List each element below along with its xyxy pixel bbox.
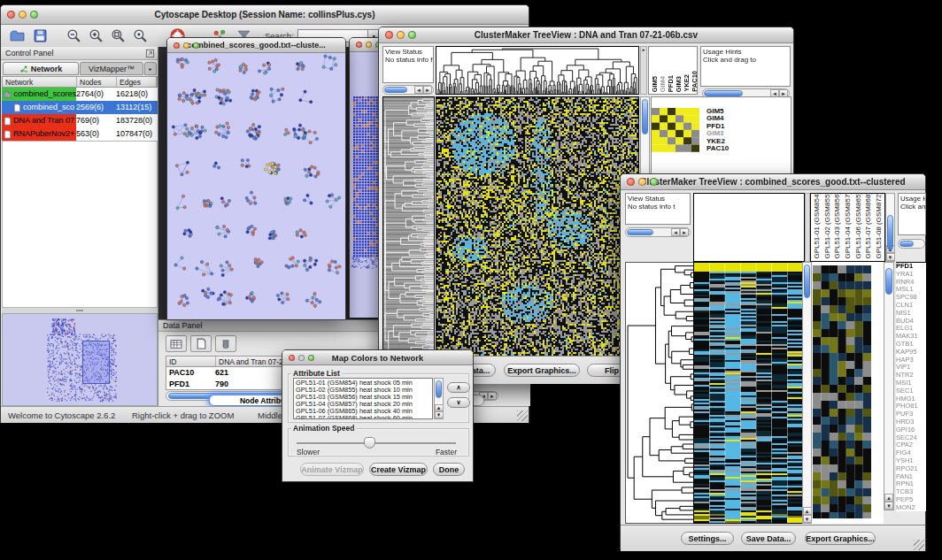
scrollbar-thumb[interactable] (804, 265, 810, 298)
scroll-down-icon[interactable]: ▼ (886, 253, 895, 261)
column-label[interactable]: GPL51-04 (GSM857) (844, 193, 852, 259)
scroll-left-icon[interactable]: ◄ (414, 86, 423, 94)
row-dendrogram-canvas[interactable] (626, 263, 694, 523)
scrollbar-thumb[interactable] (642, 99, 648, 134)
titlebar[interactable]: combined_scores_good.txt--cluste... (167, 38, 345, 53)
tab-vizmapper[interactable]: VizMapper™ (80, 62, 143, 75)
scroll-down-icon[interactable]: ▼ (803, 515, 812, 523)
col-network[interactable]: Network (3, 77, 77, 87)
animate-vizmap-button[interactable]: Animate Vizmap (300, 463, 364, 476)
column-label[interactable]: GPL51-01 (GSM854) (813, 193, 821, 259)
scroll-down-icon[interactable]: ▼ (435, 411, 444, 418)
network-row-selected[interactable]: combined_sco 2569(6) 13112(15) (2, 101, 158, 114)
col-id[interactable]: ID (166, 357, 216, 366)
column-label[interactable]: GIM3 (675, 76, 683, 92)
summary-heatmap-canvas[interactable] (813, 265, 871, 518)
column-label[interactable]: GPL51-02 (GSM855) (823, 193, 831, 259)
minimize-icon[interactable] (366, 42, 372, 48)
cytoscape-titlebar[interactable]: Cytoscape Desktop (Session Name: collins… (1, 5, 529, 25)
titlebar[interactable]: ClusterMaker TreeView : combined_scores_… (621, 174, 925, 190)
scroll-up-icon[interactable]: ▲ (435, 404, 444, 411)
column-label[interactable]: GPL51-06 (GSM865) (854, 193, 862, 259)
tab-network[interactable]: Network (3, 62, 79, 75)
select-attributes-button[interactable] (166, 335, 187, 352)
scrollbar-thumb[interactable] (885, 268, 892, 295)
zoom-window-icon[interactable] (308, 355, 314, 361)
column-label[interactable]: GPL51-08 (GSM872) (875, 193, 883, 259)
minimize-icon[interactable] (19, 11, 27, 19)
tab-overflow-button[interactable]: ▸ (144, 62, 157, 75)
column-label[interactable]: PAC10 (691, 71, 698, 92)
resize-grip[interactable] (914, 540, 924, 550)
heatmap-canvas[interactable] (694, 263, 803, 523)
export-graphics-button[interactable]: Export Graphics... (504, 364, 580, 377)
zoom-fit-button[interactable] (131, 27, 149, 45)
column-dendrogram-canvas[interactable] (436, 47, 638, 94)
column-label[interactable]: GPL51-07 (GSM868) (864, 193, 872, 259)
scroll-down-icon[interactable]: ▼ (884, 502, 893, 510)
minimize-icon[interactable] (298, 355, 305, 361)
zoom-selected-button[interactable] (109, 27, 127, 45)
scroll-right-icon[interactable]: ► (680, 228, 689, 236)
float-panel-button[interactable] (143, 47, 156, 59)
scrollbar-thumb[interactable] (704, 90, 743, 96)
close-icon[interactable] (385, 31, 393, 39)
export-graphics-button[interactable]: Export Graphics... (805, 532, 876, 545)
network-row[interactable]: DNA and Tran 07 769(0) 183728(0) (2, 114, 158, 127)
move-up-button[interactable]: ∧ (447, 382, 470, 393)
row-dendrogram-canvas[interactable] (383, 97, 434, 357)
slider-thumb[interactable] (364, 437, 375, 449)
zoom-window-icon[interactable] (650, 178, 658, 186)
network-row[interactable]: RNAPuberNov2+ 563(0) 107847(0) (2, 127, 158, 141)
done-button[interactable]: Done (433, 463, 465, 476)
scrollbar-thumb[interactable] (900, 241, 914, 247)
scrollbar-thumb[interactable] (627, 229, 653, 235)
open-session-button[interactable] (8, 27, 26, 45)
network-row[interactable]: combined_scores 2764(0) 16218(0) (2, 88, 158, 101)
close-icon[interactable] (289, 355, 295, 361)
resize-grip[interactable] (517, 410, 528, 421)
close-icon[interactable] (627, 178, 635, 186)
close-icon[interactable] (356, 42, 362, 48)
col-edges[interactable]: Edges (117, 77, 157, 87)
new-attribute-button[interactable] (190, 335, 212, 352)
dialog-titlebar[interactable]: Map Colors to Network (282, 350, 473, 365)
create-vizmap-button[interactable]: Create Vizmap (369, 463, 428, 476)
scrollbar-thumb[interactable] (384, 87, 407, 93)
close-icon[interactable] (174, 42, 180, 49)
settings-button[interactable]: Settings... (681, 532, 734, 545)
summary-heatmap-canvas[interactable] (652, 108, 699, 152)
zoom-window-icon[interactable] (30, 11, 38, 19)
scrollbar-thumb[interactable] (436, 380, 442, 398)
save-data-button[interactable]: Save Data... (741, 532, 796, 545)
network-canvas[interactable] (167, 53, 345, 319)
scroll-up-icon[interactable]: ▲ (884, 494, 893, 502)
attribute-list-item[interactable]: GPL51-07 (GSM868) heat shock 60 min (296, 415, 430, 419)
slider-track[interactable] (297, 442, 456, 445)
move-down-button[interactable]: ∨ (447, 397, 470, 408)
minimize-icon[interactable] (638, 178, 646, 186)
birdseye-canvas[interactable] (3, 314, 157, 405)
scrollbar-thumb[interactable] (887, 215, 893, 250)
mini-scroll-strip[interactable]: ▸ (640, 46, 647, 95)
zoom-out-button[interactable] (65, 27, 82, 45)
scroll-left-icon[interactable]: ◄ (671, 228, 680, 236)
titlebar[interactable]: ClusterMaker TreeView : DNA and Tran 07-… (379, 27, 793, 43)
scroll-right-icon[interactable]: ► (423, 86, 432, 94)
gene-label[interactable]: MON2 (896, 504, 926, 511)
minimize-icon[interactable] (183, 42, 189, 49)
col-nodes[interactable]: Nodes (77, 77, 117, 87)
column-label[interactable]: PFD1 (667, 75, 675, 92)
save-session-button[interactable] (31, 27, 49, 45)
close-icon[interactable] (7, 11, 15, 19)
column-label[interactable]: GIM4 (659, 76, 667, 92)
zoom-window-icon[interactable] (408, 31, 416, 39)
row-label[interactable]: PAC10 (706, 145, 729, 152)
minimize-icon[interactable] (397, 31, 405, 39)
heatmap-canvas[interactable] (436, 97, 638, 357)
scroll-up-icon[interactable]: ▲ (803, 507, 812, 515)
column-label[interactable]: YKE2 (683, 74, 691, 92)
zoom-window-icon[interactable] (193, 42, 199, 49)
column-label[interactable]: GPL51-03 (GSM856) (833, 193, 841, 259)
delete-attribute-button[interactable] (215, 335, 236, 352)
